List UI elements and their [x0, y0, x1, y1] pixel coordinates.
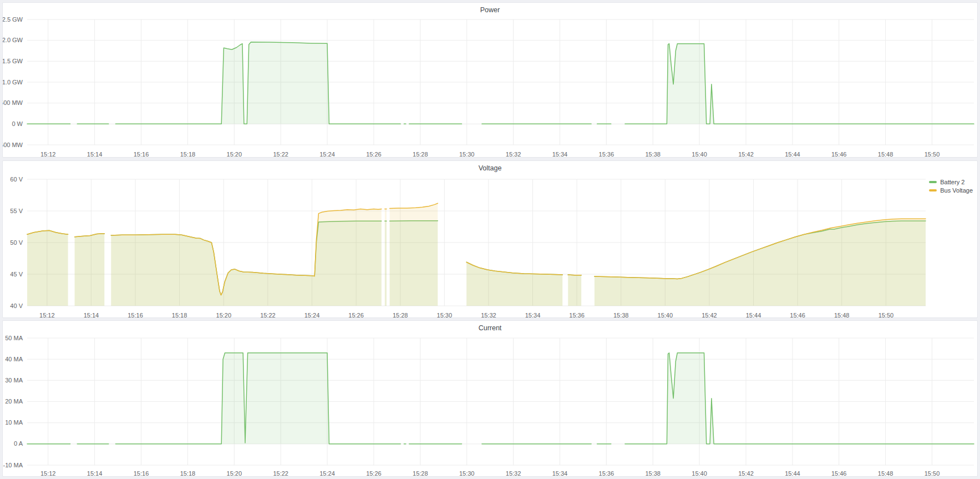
svg-text:15:48: 15:48	[834, 312, 850, 317]
svg-text:15:20: 15:20	[227, 470, 242, 476]
panel-current: Current 50 MA40 MA30 MA20 MA10 MA0 A-10 …	[2, 320, 978, 477]
svg-text:15:46: 15:46	[831, 151, 847, 157]
panel-voltage: Voltage 60 V55 V50 V45 V40 V15:1215:1415…	[2, 160, 978, 318]
svg-text:1.5 GW: 1.5 GW	[3, 58, 23, 64]
svg-text:15:12: 15:12	[39, 312, 55, 317]
svg-text:45 V: 45 V	[10, 271, 23, 278]
svg-text:15:46: 15:46	[790, 312, 805, 317]
svg-text:15:14: 15:14	[87, 470, 103, 476]
svg-text:15:34: 15:34	[552, 470, 568, 476]
svg-text:15:38: 15:38	[613, 312, 629, 317]
svg-text:15:38: 15:38	[645, 470, 661, 476]
svg-text:15:40: 15:40	[692, 151, 707, 157]
svg-text:15:50: 15:50	[925, 470, 940, 476]
svg-text:15:40: 15:40	[692, 470, 707, 476]
svg-text:15:36: 15:36	[599, 470, 615, 476]
voltage-legend: Battery 2 Bus Voltage	[929, 178, 973, 194]
svg-text:15:24: 15:24	[319, 151, 335, 157]
svg-text:15:36: 15:36	[599, 151, 615, 157]
power-chart-canvas[interactable]: 2.5 GW2.0 GW1.5 GW1.0 GW500 MW0 W-500 MW…	[3, 3, 977, 157]
svg-text:15:12: 15:12	[40, 151, 56, 157]
svg-text:-10 MA: -10 MA	[3, 462, 23, 468]
svg-text:15:16: 15:16	[134, 151, 149, 157]
svg-text:15:48: 15:48	[878, 151, 893, 157]
svg-text:15:28: 15:28	[413, 470, 428, 476]
panel-voltage-title[interactable]: Voltage	[3, 164, 977, 172]
legend-label-bus-voltage: Bus Voltage	[940, 187, 973, 194]
svg-text:15:50: 15:50	[925, 151, 940, 157]
svg-text:50 MA: 50 MA	[5, 335, 23, 341]
svg-text:15:18: 15:18	[180, 151, 196, 157]
svg-text:500 MW: 500 MW	[3, 99, 23, 106]
svg-text:15:14: 15:14	[87, 151, 103, 157]
svg-text:15:46: 15:46	[831, 470, 847, 476]
svg-text:1.0 GW: 1.0 GW	[3, 79, 23, 85]
svg-text:15:26: 15:26	[366, 151, 382, 157]
svg-text:15:42: 15:42	[738, 151, 754, 157]
svg-text:15:32: 15:32	[481, 312, 496, 317]
svg-text:15:26: 15:26	[366, 470, 382, 476]
svg-text:60 V: 60 V	[10, 176, 23, 183]
svg-text:15:32: 15:32	[506, 470, 521, 476]
svg-text:15:16: 15:16	[134, 470, 149, 476]
svg-text:15:50: 15:50	[879, 312, 894, 317]
battery-2-series-swatch	[929, 181, 937, 183]
svg-text:15:44: 15:44	[785, 151, 800, 157]
svg-text:15:16: 15:16	[128, 312, 143, 317]
svg-text:15:28: 15:28	[413, 151, 428, 157]
voltage-chart-canvas[interactable]: 60 V55 V50 V45 V40 V15:1215:1415:1615:18…	[3, 161, 977, 317]
svg-text:2.0 GW: 2.0 GW	[3, 37, 23, 43]
panel-voltage-plot[interactable]: 60 V55 V50 V45 V40 V15:1215:1415:1615:18…	[3, 161, 977, 317]
svg-text:15:24: 15:24	[319, 470, 335, 476]
svg-text:0 A: 0 A	[14, 440, 23, 447]
svg-text:40 V: 40 V	[10, 302, 23, 309]
svg-text:15:28: 15:28	[393, 312, 408, 317]
svg-text:15:38: 15:38	[645, 151, 661, 157]
svg-text:15:30: 15:30	[459, 470, 475, 476]
svg-text:15:30: 15:30	[437, 312, 453, 317]
svg-text:15:24: 15:24	[304, 312, 320, 317]
panel-current-title[interactable]: Current	[3, 324, 977, 332]
svg-text:15:18: 15:18	[172, 312, 187, 317]
svg-text:15:44: 15:44	[746, 312, 761, 317]
svg-text:15:14: 15:14	[84, 312, 99, 317]
svg-text:15:32: 15:32	[506, 151, 521, 157]
panel-power-plot[interactable]: 2.5 GW2.0 GW1.5 GW1.0 GW500 MW0 W-500 MW…	[3, 3, 977, 157]
panel-current-plot[interactable]: 50 MA40 MA30 MA20 MA10 MA0 A-10 MA15:121…	[3, 321, 977, 476]
svg-text:40 MA: 40 MA	[5, 356, 23, 362]
svg-text:15:48: 15:48	[878, 470, 893, 476]
svg-text:2.5 GW: 2.5 GW	[3, 16, 23, 23]
svg-text:-500 MW: -500 MW	[3, 142, 23, 148]
svg-text:15:22: 15:22	[273, 470, 288, 476]
svg-text:15:22: 15:22	[260, 312, 276, 317]
svg-text:20 MA: 20 MA	[5, 398, 23, 405]
svg-text:15:42: 15:42	[702, 312, 717, 317]
svg-text:15:44: 15:44	[785, 470, 800, 476]
svg-text:15:40: 15:40	[658, 312, 673, 317]
svg-text:15:20: 15:20	[216, 312, 232, 317]
grafana-dashboard: { "colors": { "green": "#73bf69", "green…	[0, 0, 980, 479]
svg-text:30 MA: 30 MA	[5, 377, 23, 384]
legend-item-battery-2[interactable]: Battery 2	[929, 178, 973, 186]
bus-voltage-series-swatch	[929, 189, 937, 191]
svg-text:15:26: 15:26	[348, 312, 364, 317]
legend-label-battery-2: Battery 2	[940, 179, 964, 185]
svg-text:10 MA: 10 MA	[5, 419, 23, 426]
svg-text:15:30: 15:30	[459, 151, 475, 157]
panel-power-title[interactable]: Power	[3, 6, 977, 14]
svg-text:15:22: 15:22	[273, 151, 288, 157]
svg-text:15:34: 15:34	[552, 151, 568, 157]
legend-item-bus-voltage[interactable]: Bus Voltage	[929, 186, 973, 194]
svg-text:15:42: 15:42	[738, 470, 754, 476]
svg-text:15:20: 15:20	[227, 151, 242, 157]
svg-text:50 V: 50 V	[10, 239, 23, 246]
svg-text:15:18: 15:18	[180, 470, 196, 476]
svg-text:15:36: 15:36	[569, 312, 585, 317]
svg-text:0 W: 0 W	[12, 120, 23, 127]
current-chart-canvas[interactable]: 50 MA40 MA30 MA20 MA10 MA0 A-10 MA15:121…	[3, 321, 977, 476]
svg-text:15:12: 15:12	[40, 470, 56, 476]
svg-text:15:34: 15:34	[525, 312, 541, 317]
svg-text:55 V: 55 V	[10, 208, 23, 214]
panel-power: Power 2.5 GW2.0 GW1.5 GW1.0 GW500 MW0 W-…	[2, 2, 978, 158]
